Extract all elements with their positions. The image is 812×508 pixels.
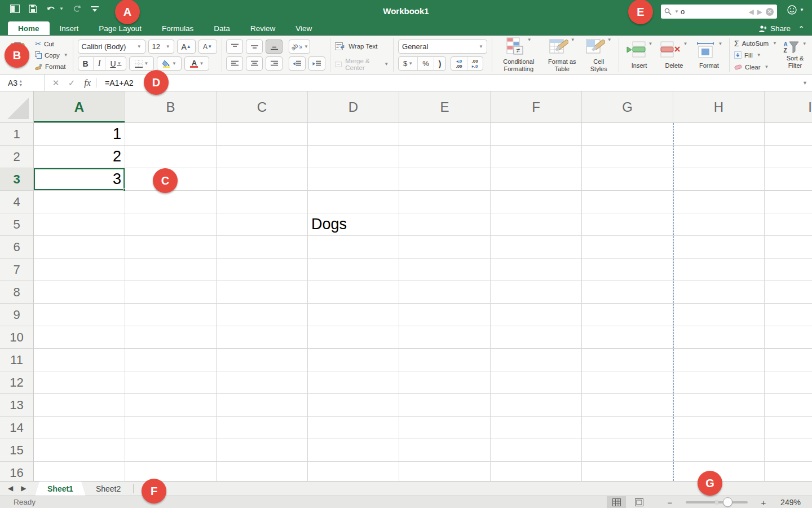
cell-H3[interactable] (673, 168, 765, 191)
bold-button[interactable]: B (78, 57, 94, 70)
cell-I11[interactable] (765, 349, 812, 371)
cell-A16[interactable] (34, 462, 125, 481)
row-header-13[interactable]: 13 (0, 394, 34, 417)
column-header-D[interactable]: D (308, 91, 399, 123)
row-header-16[interactable]: 16 (0, 462, 34, 481)
font-color-caret[interactable]: ▼ (199, 61, 204, 66)
merge-center-button[interactable]: Merge & Center ▼ (335, 58, 389, 71)
cell-A3[interactable]: 3 (34, 168, 125, 191)
column-header-F[interactable]: F (491, 91, 582, 123)
cell-A14[interactable] (34, 417, 125, 439)
cell-H12[interactable] (673, 371, 765, 394)
underline-button[interactable]: U▼ (105, 57, 126, 70)
share-button[interactable]: Share (758, 24, 791, 33)
cell-H5[interactable] (673, 213, 765, 236)
tab-insert[interactable]: Insert (50, 22, 89, 35)
borders-caret[interactable]: ▼ (144, 61, 148, 66)
row-header-5[interactable]: 5 (0, 213, 34, 236)
cell-A10[interactable] (34, 326, 125, 349)
cell-A7[interactable] (34, 259, 125, 281)
decrease-indent-button[interactable] (289, 56, 306, 71)
number-format-select[interactable]: General▼ (398, 40, 487, 54)
row-header-12[interactable]: 12 (0, 371, 34, 394)
cell-C15[interactable] (217, 439, 308, 462)
cell-I12[interactable] (765, 371, 812, 394)
cell-B14[interactable] (125, 417, 217, 439)
cell-A13[interactable] (34, 394, 125, 417)
confirm-entry-icon[interactable]: ✓ (64, 78, 80, 88)
format-as-table-button[interactable]: ▼ Format as Table (544, 36, 580, 74)
cell-A6[interactable] (34, 236, 125, 259)
sheet-next-icon[interactable]: ▶ (21, 484, 26, 492)
insert-cells-button[interactable]: ▼ Insert (624, 40, 655, 71)
row-header-4[interactable]: 4 (0, 191, 34, 213)
autosum-button[interactable]: Σ AutoSum ▼ (734, 38, 777, 48)
clear-button[interactable]: Clear ▼ (734, 62, 777, 72)
cell-F11[interactable] (491, 349, 582, 371)
cell-B12[interactable] (125, 371, 217, 394)
cell-D9[interactable] (308, 304, 399, 326)
cell-I7[interactable] (765, 259, 812, 281)
copy-button[interactable]: Copy ▼ (35, 50, 68, 60)
cell-E16[interactable] (399, 462, 491, 481)
row-header-7[interactable]: 7 (0, 259, 34, 281)
cell-H2[interactable] (673, 146, 765, 168)
cell-G1[interactable] (582, 123, 673, 146)
cell-D12[interactable] (308, 371, 399, 394)
tab-review[interactable]: Review (240, 22, 285, 35)
zoom-level[interactable]: 249% (769, 498, 812, 507)
cell-F15[interactable] (491, 439, 582, 462)
align-middle-button[interactable] (246, 40, 263, 54)
cell-G16[interactable] (582, 462, 673, 481)
cell-G5[interactable] (582, 213, 673, 236)
row-header-14[interactable]: 14 (0, 417, 34, 439)
cell-A12[interactable] (34, 371, 125, 394)
name-box[interactable]: A3 ▲▼ (0, 75, 39, 91)
cell-F4[interactable] (491, 191, 582, 213)
fill-color-button[interactable]: ▼ (157, 56, 182, 71)
cell-styles-button[interactable]: ▼ Cell Styles (584, 36, 614, 74)
cell-D7[interactable] (308, 259, 399, 281)
search-box[interactable]: ▼ ◀ ▶ ✕ (661, 5, 777, 19)
cell-B15[interactable] (125, 439, 217, 462)
cell-C4[interactable] (217, 191, 308, 213)
cell-E4[interactable] (399, 191, 491, 213)
cell-A1[interactable]: 1 (34, 123, 125, 146)
sheet-prev-icon[interactable]: ◀ (8, 484, 13, 492)
cell-C1[interactable] (217, 123, 308, 146)
cell-B13[interactable] (125, 394, 217, 417)
tab-formulas[interactable]: Formulas (152, 22, 204, 35)
cell-G14[interactable] (582, 417, 673, 439)
cell-I14[interactable] (765, 417, 812, 439)
cell-G2[interactable] (582, 146, 673, 168)
format-cells-caret[interactable]: ▼ (718, 41, 722, 46)
cell-C5[interactable] (217, 213, 308, 236)
cell-G11[interactable] (582, 349, 673, 371)
format-cells-button[interactable]: ▼ Format (693, 40, 725, 71)
align-right-button[interactable] (266, 56, 283, 71)
column-header-H[interactable]: H (673, 91, 765, 123)
cell-F7[interactable] (491, 259, 582, 281)
cell-C14[interactable] (217, 417, 308, 439)
cell-G6[interactable] (582, 236, 673, 259)
cell-E11[interactable] (399, 349, 491, 371)
search-next-icon[interactable]: ▶ (757, 8, 762, 16)
cell-H13[interactable] (673, 394, 765, 417)
grow-font-button[interactable]: A▲ (177, 40, 196, 54)
cell-G7[interactable] (582, 259, 673, 281)
cell-I3[interactable] (765, 168, 812, 191)
search-input[interactable] (681, 7, 747, 16)
formula-input[interactable]: =A1+A2 (105, 78, 134, 87)
sheet-tab-sheet1[interactable]: Sheet1 (35, 481, 86, 496)
cell-B16[interactable] (125, 462, 217, 481)
decrease-decimal-button[interactable]: .00▸.0 (467, 57, 483, 70)
borders-button[interactable]: ▼ (129, 56, 154, 71)
column-header-C[interactable]: C (217, 91, 308, 123)
row-header-10[interactable]: 10 (0, 326, 34, 349)
font-family-select[interactable]: Calibri (Body)▼ (78, 40, 145, 54)
format-as-table-caret[interactable]: ▼ (571, 37, 575, 42)
column-header-G[interactable]: G (582, 91, 673, 123)
feedback-smiley[interactable]: ▼ (787, 5, 804, 15)
page-layout-view-button[interactable] (629, 496, 648, 508)
cell-I4[interactable] (765, 191, 812, 213)
